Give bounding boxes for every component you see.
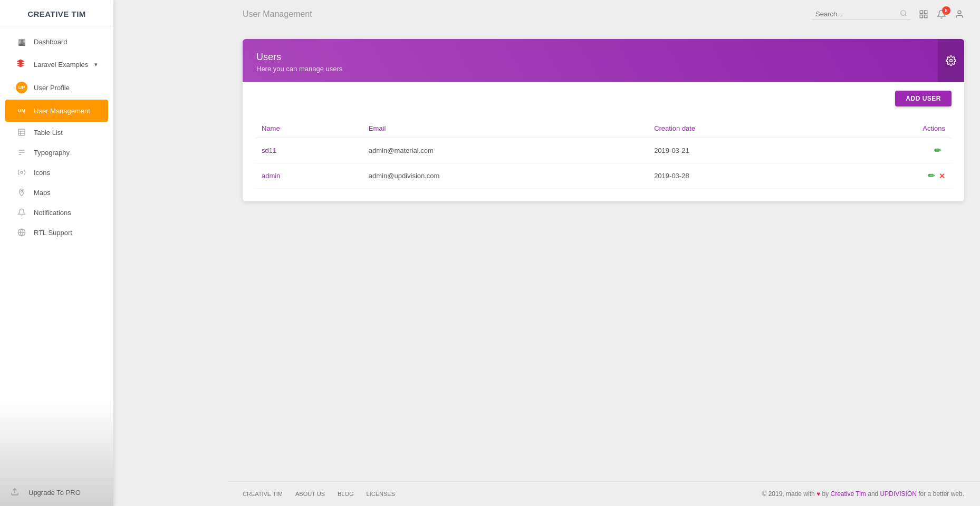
user-management-initials: UM [16, 105, 27, 116]
grid-button[interactable] [919, 9, 928, 19]
brand-logo: CREATIVE TIM [0, 0, 113, 26]
footer-copy: © 2019, made with ♥ by Creative Tim and … [762, 490, 964, 498]
footer-link-blog[interactable]: BLOG [338, 491, 354, 497]
svg-rect-12 [925, 11, 927, 13]
upgrade-icon [11, 488, 22, 498]
sidebar-item-table-list[interactable]: Table List [5, 123, 108, 142]
cell-name: sd11 [255, 138, 362, 163]
table-body: sd11admin@material.com2019-03-21✏adminad… [255, 138, 952, 189]
sidebar-footer: Upgrade To PRO [0, 479, 113, 506]
notification-badge: 5 [942, 6, 950, 15]
search-icon [900, 9, 907, 18]
table-row: sd11admin@material.com2019-03-21✏ [255, 138, 952, 163]
footer-copy-text: © 2019, made with [762, 490, 816, 498]
notification-button[interactable]: 5 [937, 9, 946, 19]
footer-and-text: and [868, 490, 880, 498]
sidebar-item-label: Laravel Examples [34, 61, 88, 69]
topbar: User Management 5 [227, 0, 980, 28]
sidebar-item-maps[interactable]: Maps [5, 183, 108, 202]
svg-rect-13 [920, 15, 923, 18]
table-toolbar: ADD USER [255, 91, 952, 115]
search-input[interactable] [815, 10, 900, 18]
bell-icon [16, 208, 27, 217]
svg-rect-0 [18, 129, 25, 135]
upgrade-label: Upgrade To PRO [28, 489, 81, 497]
search-bar [812, 8, 910, 20]
maps-icon [16, 188, 27, 197]
users-table: Name Email Creation date Actions sd11adm… [255, 119, 952, 189]
table-row: adminadmin@updivision.com2019-03-28✏✕ [255, 163, 952, 189]
laravel-icon [16, 59, 27, 70]
sidebar-item-user-management[interactable]: UM User Management [5, 100, 108, 122]
cell-creation-date: 2019-03-21 [648, 138, 831, 163]
icons-icon [16, 168, 27, 177]
sidebar-item-icons[interactable]: Icons [5, 163, 108, 182]
svg-point-9 [901, 11, 906, 15]
sidebar-item-typography[interactable]: Typography [5, 143, 108, 162]
footer-updivision-link[interactable]: UPDIVISION [880, 490, 917, 498]
col-creation-date: Creation date [648, 119, 831, 138]
gear-button[interactable] [938, 39, 964, 82]
table-header: Name Email Creation date Actions [255, 119, 952, 138]
page-title: User Management [243, 9, 812, 19]
svg-point-4 [21, 171, 23, 173]
col-email: Email [362, 119, 648, 138]
upgrade-to-pro-item[interactable]: Upgrade To PRO [11, 488, 103, 498]
svg-line-10 [905, 15, 907, 16]
main-content: Users Here you can manage users ADD USER… [227, 28, 980, 481]
topbar-icons: 5 [919, 9, 964, 19]
table-list-icon [16, 128, 27, 137]
chevron-down-icon: ▾ [94, 61, 98, 68]
sidebar-item-label: User Profile [34, 84, 70, 92]
svg-point-15 [958, 11, 961, 14]
cell-email: admin@updivision.com [362, 163, 648, 189]
edit-button[interactable]: ✏ [928, 171, 935, 180]
sidebar-item-label: Icons [34, 169, 50, 177]
sidebar: CREATIVE TIM ▦ Dashboard Laravel Example… [0, 0, 113, 506]
heart-icon: ♥ [816, 490, 820, 498]
footer-by-text: by [822, 490, 831, 498]
account-button[interactable] [955, 9, 964, 19]
sidebar-item-user-profile[interactable]: UP User Profile [5, 76, 108, 99]
svg-point-16 [950, 60, 953, 62]
sidebar-nav: ▦ Dashboard Laravel Examples ▾ UP User P… [0, 26, 113, 479]
users-card: Users Here you can manage users ADD USER… [243, 39, 964, 201]
cell-creation-date: 2019-03-28 [648, 163, 831, 189]
user-name-link[interactable]: sd11 [262, 147, 276, 154]
svg-point-5 [21, 190, 22, 192]
cell-actions: ✏ [832, 138, 952, 163]
footer-suffix-text: for a better web. [918, 490, 964, 498]
cell-name: admin [255, 163, 362, 189]
page-footer: CREATIVE TIM ABOUT US BLOG LICENSES © 20… [227, 481, 980, 506]
delete-button[interactable]: ✕ [939, 172, 945, 180]
sidebar-item-rtl-support[interactable]: RTL Support [5, 223, 108, 242]
card-title: Users [256, 52, 950, 63]
sidebar-item-label: Table List [34, 129, 63, 137]
footer-link-about-us[interactable]: ABOUT US [295, 491, 325, 497]
col-actions: Actions [832, 119, 952, 138]
typography-icon [16, 148, 27, 157]
svg-rect-11 [920, 11, 923, 13]
sidebar-item-notifications[interactable]: Notifications [5, 203, 108, 222]
user-profile-initials: UP [16, 82, 27, 93]
footer-creative-tim-link[interactable]: Creative Tim [831, 490, 866, 498]
card-body: ADD USER Name Email Creation date Action… [243, 82, 964, 201]
sidebar-item-dashboard[interactable]: ▦ Dashboard [5, 32, 108, 52]
edit-button[interactable]: ✏ [934, 146, 941, 155]
user-name-link[interactable]: admin [262, 172, 280, 180]
sidebar-item-label: Maps [34, 189, 51, 197]
sidebar-item-label: Notifications [34, 209, 71, 217]
col-name: Name [255, 119, 362, 138]
sidebar-item-laravel-examples[interactable]: Laravel Examples ▾ [5, 53, 108, 75]
dashboard-icon: ▦ [16, 37, 27, 47]
sidebar-item-label: RTL Support [34, 229, 72, 237]
sidebar-item-label: User Management [34, 107, 90, 115]
cell-actions: ✏✕ [832, 163, 952, 189]
add-user-button[interactable]: ADD USER [895, 91, 952, 106]
sidebar-item-label: Dashboard [34, 38, 68, 46]
sidebar-item-label: Typography [34, 149, 70, 157]
footer-link-creative-tim[interactable]: CREATIVE TIM [243, 491, 283, 497]
card-subtitle: Here you can manage users [256, 65, 950, 73]
footer-link-licenses[interactable]: LICENSES [367, 491, 395, 497]
rtl-icon [16, 228, 27, 237]
